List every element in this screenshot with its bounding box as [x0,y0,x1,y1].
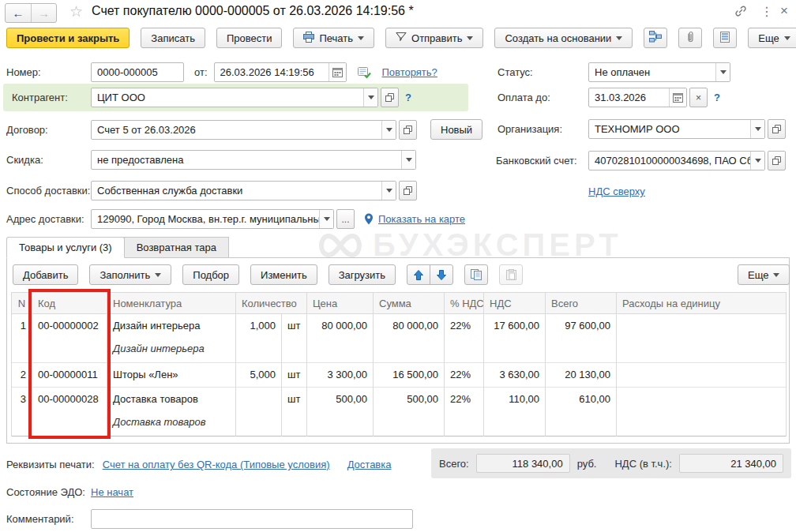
col-total[interactable]: Всего [546,293,617,314]
add-row-button[interactable]: Добавить [13,264,78,285]
cell-qty[interactable]: 5,000 [236,363,282,388]
create-based-on-button[interactable]: Создать на основании [494,28,633,48]
cell-qty[interactable] [236,388,282,436]
organization-open-button[interactable] [768,119,786,139]
organization-input[interactable]: ТЕХНОМИР ООО [588,119,765,139]
delivery-address-dropdown-icon[interactable] [319,210,333,228]
col-nomenclature[interactable]: Номенклатура [107,293,236,314]
pay-until-help[interactable]: ? [714,92,720,103]
counterparty-input[interactable]: ЦИТ ООО [91,88,378,107]
delivery-method-input[interactable]: Собственная служба доставки [91,181,396,200]
forward-icon[interactable]: → [31,4,56,22]
calendar-icon[interactable] [329,63,346,81]
new-contract-button[interactable]: Новый [430,119,482,140]
cell-total[interactable]: 610,00 [546,388,617,436]
status-input[interactable]: Не оплачен [588,62,730,82]
cell-vat[interactable]: 110,00 [484,388,546,436]
load-button[interactable]: Загрузить [329,264,396,285]
comment-input[interactable] [91,509,413,529]
cell-n[interactable]: 1 [12,314,32,363]
cell-code[interactable]: 00-00000028 [32,388,107,436]
col-code[interactable]: Код [32,293,107,314]
contract-dropdown-icon[interactable] [381,121,396,139]
more-button[interactable]: Еще [748,28,796,48]
send-button[interactable]: Отправить [385,28,483,48]
repeat-link[interactable]: Повторять? [382,66,437,78]
move-down-button[interactable] [430,264,453,285]
contract-open-button[interactable] [399,120,417,140]
cell-unit[interactable]: шт [282,363,307,388]
cell-code[interactable]: 00-00000002 [32,314,107,363]
col-quantity[interactable]: Количество [236,293,307,314]
cell-unit-costs[interactable] [617,314,787,363]
cell-price[interactable]: 500,00 [307,388,374,436]
table-row[interactable]: 1 00-00000002 Дизайн интерьера Дизайн ин… [12,314,787,363]
tab-returnable-containers[interactable]: Возвратная тара [124,237,229,258]
recurrence-icon[interactable] [358,66,371,78]
favorite-star-icon[interactable]: ☆ [69,2,83,21]
table-row[interactable]: 2 00-00000011 Шторы «Лен» 5,000 шт 3 300… [12,363,787,388]
get-link-icon[interactable] [734,5,747,20]
edit-button[interactable]: Изменить [250,264,317,285]
delivery-address-ellipsis-button[interactable]: ... [336,209,355,229]
cell-sum[interactable]: 80 000,00 [374,314,445,363]
cell-vat-rate[interactable]: 22% [445,363,484,388]
discount-input[interactable]: не предоставлена [91,150,416,170]
cell-nomenclature[interactable]: Дизайн интерьера Дизайн интерьера [107,314,236,363]
cell-price[interactable]: 80 000,00 [307,314,374,363]
edo-status-link[interactable]: Не начат [91,486,133,498]
cell-vat[interactable]: 3 630,00 [484,363,546,388]
table-row[interactable]: 3 00-00000028 Доставка товаров Доставка … [12,388,787,436]
fill-button[interactable]: Заполнить [89,264,171,285]
delivery-address-input[interactable]: 129090, Город Москва, вн.тер.г. муниципа… [91,209,334,229]
cell-price[interactable]: 3 300,00 [307,363,374,388]
date-input[interactable]: 26.03.2026 14:19:56 [214,62,347,82]
delivery-template-link[interactable]: Доставка [347,459,392,470]
cell-qty[interactable]: 1,000 [236,314,282,363]
cell-nomenclature[interactable]: Доставка товаров Доставка товаров [107,388,236,436]
invoice-template-link[interactable]: Счет на оплату без QR-кода (Типовые усло… [103,459,330,470]
organization-dropdown-icon[interactable] [750,120,764,138]
attachments-button[interactable] [678,28,702,48]
col-sum[interactable]: Сумма [374,293,445,314]
cell-vat-rate[interactable]: 22% [445,314,484,363]
items-more-button[interactable]: Еще [738,264,790,285]
show-on-map-link[interactable]: Показать на карте [378,213,465,225]
pay-until-input[interactable]: 31.03.2026 [588,88,687,107]
pick-button[interactable]: Подбор [182,264,239,285]
cell-unit-costs[interactable] [617,363,787,388]
cell-total[interactable]: 97 600,00 [546,314,617,363]
discount-dropdown-icon[interactable] [401,151,415,169]
status-dropdown-icon[interactable] [715,63,730,81]
copy-rows-button[interactable] [464,264,488,285]
paste-rows-button[interactable] [499,264,523,285]
bank-account-dropdown-icon[interactable] [750,152,764,170]
number-input[interactable]: 0000-000005 [91,62,184,82]
close-icon[interactable]: × [780,3,788,19]
cell-unit-costs[interactable] [617,388,787,436]
cell-vat-rate[interactable]: 22% [445,388,484,436]
cell-total[interactable]: 20 130,00 [546,363,617,388]
delivery-method-dropdown-icon[interactable] [381,182,396,200]
delivery-method-open-button[interactable] [399,181,417,200]
cell-sum[interactable]: 16 500,00 [374,363,445,388]
col-n[interactable]: N [12,293,32,314]
cell-n[interactable]: 3 [12,388,32,436]
save-button[interactable]: Записать [141,28,205,48]
col-vat-rate[interactable]: % НДС [445,293,484,314]
counterparty-dropdown-icon[interactable] [363,88,377,107]
print-button[interactable]: Печать [293,28,374,48]
col-price[interactable]: Цена [307,293,374,314]
menu-more-vert-icon[interactable]: ⋮ [760,4,773,19]
cell-unit[interactable]: шт [282,314,307,363]
cell-code[interactable]: 00-00000011 [32,363,107,388]
cell-unit[interactable]: шт [282,388,307,436]
cell-sum[interactable]: 500,00 [374,388,445,436]
post-button[interactable]: Провести [216,28,283,48]
tab-goods-services[interactable]: Товары и услуги (3) [6,237,125,258]
cell-vat[interactable]: 17 600,00 [484,314,546,363]
cell-n[interactable]: 2 [12,363,32,388]
bank-account-input[interactable]: 40702810100000034698, ПАО Сбе [588,151,765,170]
col-vat[interactable]: НДС [484,293,546,314]
pay-until-clear-button[interactable]: × [689,88,708,107]
